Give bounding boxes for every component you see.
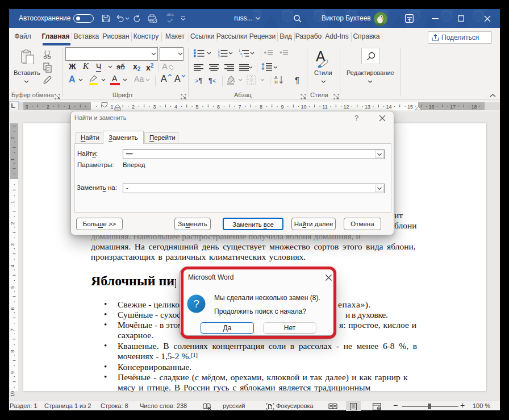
- svg-text:10: 10: [10, 391, 15, 397]
- svg-text:7: 7: [10, 328, 15, 331]
- svg-text:1: 1: [10, 201, 15, 203]
- svg-text:2: 2: [132, 104, 135, 110]
- svg-text:10: 10: [301, 104, 306, 110]
- svg-text:8: 8: [260, 104, 262, 110]
- svg-text:18: 18: [471, 104, 477, 110]
- svg-text:8: 8: [10, 350, 15, 352]
- svg-text:16: 16: [428, 104, 434, 110]
- svg-text:3: 3: [25, 104, 28, 110]
- svg-text:3: 3: [10, 243, 15, 246]
- svg-text:1: 1: [68, 104, 70, 110]
- svg-text:13: 13: [365, 104, 370, 110]
- svg-text:3: 3: [153, 104, 156, 110]
- svg-text:6: 6: [217, 104, 220, 110]
- svg-text:11: 11: [322, 104, 327, 110]
- svg-text:2: 2: [47, 104, 49, 110]
- svg-text:2: 2: [10, 136, 15, 139]
- svg-text:1: 1: [10, 158, 15, 161]
- svg-text:9: 9: [281, 104, 283, 110]
- svg-text:9: 9: [10, 371, 15, 374]
- svg-text:3: 3: [218, 55, 220, 57]
- svg-text:5: 5: [195, 104, 198, 110]
- svg-text:15: 15: [407, 104, 413, 110]
- svg-text:7: 7: [238, 104, 241, 110]
- svg-text:2: 2: [10, 222, 15, 224]
- svg-text:14: 14: [386, 104, 391, 110]
- svg-text:12: 12: [343, 104, 349, 110]
- svg-text:6: 6: [10, 307, 15, 310]
- svg-text:4: 4: [10, 264, 15, 267]
- svg-text:i: i: [242, 55, 243, 57]
- svg-text:17: 17: [450, 104, 456, 110]
- svg-text:5: 5: [10, 286, 15, 289]
- svg-text:4: 4: [174, 104, 177, 110]
- svg-text:1: 1: [110, 104, 113, 110]
